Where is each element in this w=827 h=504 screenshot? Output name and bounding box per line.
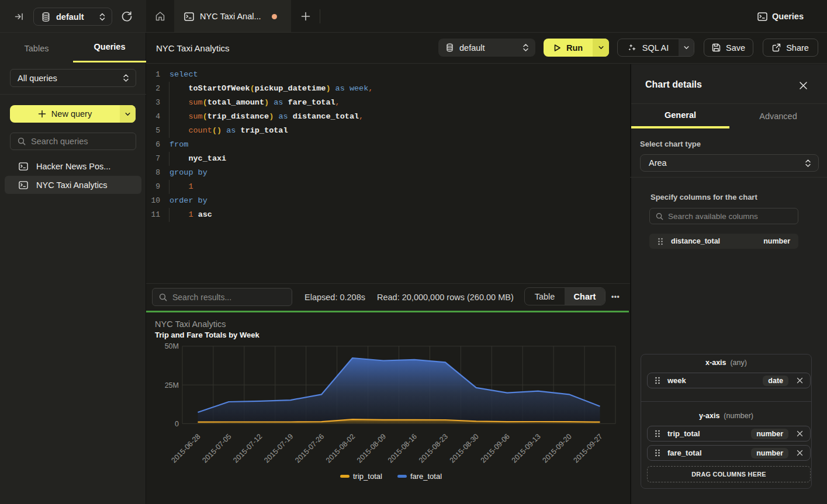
svg-text:2015-08-23: 2015-08-23 bbox=[417, 432, 449, 464]
svg-text:2015-09-20: 2015-09-20 bbox=[541, 432, 573, 464]
svg-text:0: 0 bbox=[175, 420, 179, 428]
svg-text:2015-07-12: 2015-07-12 bbox=[231, 432, 264, 464]
svg-text:2015-08-09: 2015-08-09 bbox=[355, 432, 387, 464]
svg-text:2015-06-28: 2015-06-28 bbox=[170, 432, 202, 464]
svg-text:2015-08-16: 2015-08-16 bbox=[386, 432, 418, 464]
svg-text:2015-09-06: 2015-09-06 bbox=[479, 432, 511, 464]
svg-text:25M: 25M bbox=[165, 381, 179, 390]
svg-text:2015-08-02: 2015-08-02 bbox=[324, 432, 357, 464]
svg-text:2015-07-05: 2015-07-05 bbox=[200, 432, 233, 464]
svg-text:2015-09-27: 2015-09-27 bbox=[572, 432, 604, 464]
svg-text:2015-09-13: 2015-09-13 bbox=[510, 432, 542, 464]
svg-text:2015-08-30: 2015-08-30 bbox=[448, 432, 480, 464]
svg-text:50M: 50M bbox=[165, 342, 179, 350]
svg-text:2015-07-19: 2015-07-19 bbox=[262, 432, 295, 464]
svg-text:2015-07-26: 2015-07-26 bbox=[293, 432, 326, 464]
